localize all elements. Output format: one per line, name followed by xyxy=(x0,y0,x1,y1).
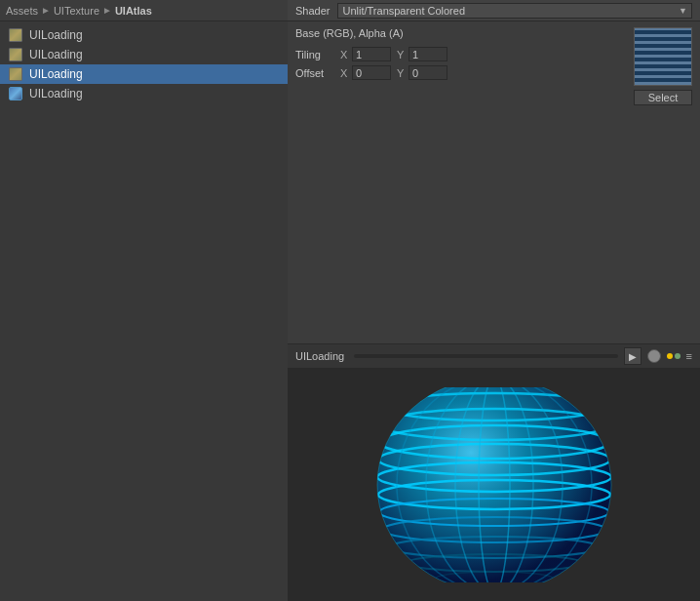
tiling-y-group: Y xyxy=(397,47,447,61)
material-section: Base (RGB), Alpha (A) Tiling X Y Offset … xyxy=(288,21,700,111)
animation-circle-btn[interactable] xyxy=(647,349,661,363)
dot-green xyxy=(675,353,681,359)
breadcrumb: Assets ► UITexture ► UIAtlas xyxy=(0,0,288,21)
select-button[interactable]: Select xyxy=(634,90,692,105)
file-list: UILoading UILoading UILoading UILoading xyxy=(0,21,288,601)
breadcrumb-sep-1: ► xyxy=(41,5,51,16)
chevron-down-icon: ▼ xyxy=(679,6,687,16)
breadcrumb-uitexture[interactable]: UITexture xyxy=(54,5,99,17)
offset-row: Offset X Y xyxy=(295,65,626,80)
offset-x-input[interactable] xyxy=(352,65,391,80)
play-icon: ▶ xyxy=(629,351,637,362)
list-item[interactable]: UILoading xyxy=(0,45,288,64)
left-panel: Assets ► UITexture ► UIAtlas UILoading U… xyxy=(0,0,288,601)
texture-stripes-visual xyxy=(635,28,691,85)
list-item[interactable]: UILoading xyxy=(0,84,288,103)
tiling-x-group: X xyxy=(340,47,391,61)
breadcrumb-sep-2: ► xyxy=(102,5,112,16)
animation-track[interactable] xyxy=(354,354,617,358)
sphere-3d-visual xyxy=(358,387,631,582)
texture-icon xyxy=(8,66,23,82)
texture-preview-wrap: Select xyxy=(634,27,692,105)
texture-preview[interactable] xyxy=(634,27,692,86)
shader-label: Shader xyxy=(295,5,330,17)
texture-icon xyxy=(8,47,23,62)
cube-icon xyxy=(8,86,23,101)
y-label: Y xyxy=(397,67,405,79)
offset-y-group: Y xyxy=(397,65,447,80)
file-label: UILoading xyxy=(29,28,83,42)
tiling-x-input[interactable] xyxy=(352,47,391,61)
animation-bar: UILoading ▶ ≡ xyxy=(288,343,700,369)
preview-area xyxy=(288,369,700,601)
offset-x-group: X xyxy=(340,65,391,80)
breadcrumb-uiatlas: UIAtlas xyxy=(115,5,152,17)
texture-icon xyxy=(8,27,23,43)
base-label: Base (RGB), Alpha (A) xyxy=(295,27,626,39)
right-panel: Shader Unlit/Transparent Colored ▼ Base … xyxy=(288,0,700,601)
play-button[interactable]: ▶ xyxy=(624,347,642,365)
dot-yellow xyxy=(667,353,673,359)
animation-menu-button[interactable]: ≡ xyxy=(686,350,692,362)
animation-dots xyxy=(667,353,681,359)
spacer-area xyxy=(288,111,700,343)
list-item[interactable]: UILoading xyxy=(0,25,288,45)
shader-dropdown[interactable]: Unlit/Transparent Colored ▼ xyxy=(337,3,692,19)
file-label: UILoading xyxy=(29,48,83,61)
tiling-row: Tiling X Y xyxy=(295,47,626,61)
offset-y-input[interactable] xyxy=(408,65,447,80)
offset-label: Offset xyxy=(295,67,334,79)
shader-dropdown-value: Unlit/Transparent Colored xyxy=(342,5,465,17)
x-label: X xyxy=(340,49,348,60)
breadcrumb-assets[interactable]: Assets xyxy=(6,5,38,17)
animation-name-label: UILoading xyxy=(295,350,344,362)
tiling-label: Tiling xyxy=(295,49,334,60)
shader-bar: Shader Unlit/Transparent Colored ▼ xyxy=(288,0,700,21)
file-label: UILoading xyxy=(29,87,83,100)
tiling-y-input[interactable] xyxy=(408,47,447,61)
y-label: Y xyxy=(397,49,405,60)
x-label: X xyxy=(340,67,348,79)
sphere-container xyxy=(368,387,621,582)
file-label: UILoading xyxy=(29,67,83,81)
material-properties: Base (RGB), Alpha (A) Tiling X Y Offset … xyxy=(295,27,626,80)
list-item-selected[interactable]: UILoading xyxy=(0,64,288,84)
